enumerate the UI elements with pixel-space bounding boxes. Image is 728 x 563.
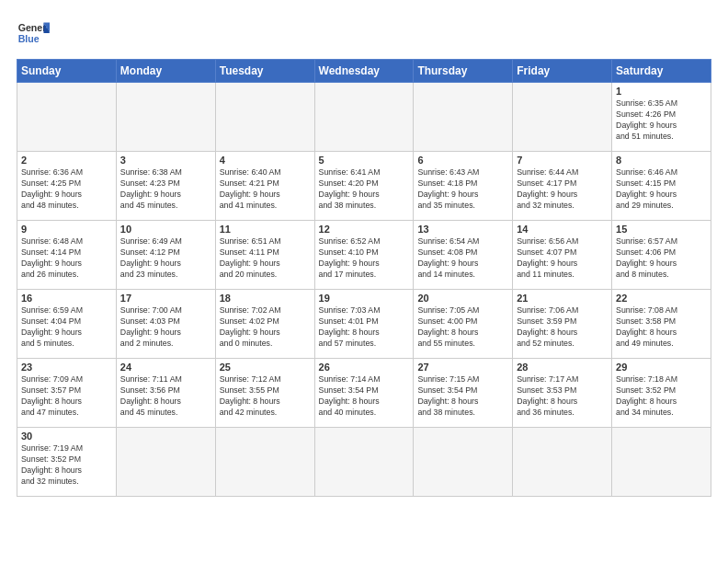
day-cell-14: 14Sunrise: 6:56 AM Sunset: 4:07 PM Dayli… xyxy=(513,221,612,290)
day-cell-19: 19Sunrise: 7:03 AM Sunset: 4:01 PM Dayli… xyxy=(314,290,414,359)
empty-cell xyxy=(612,428,711,497)
day-number: 17 xyxy=(120,293,211,304)
logo: General Blue xyxy=(17,17,50,50)
page: General Blue SundayMondayTuesdayWednesda… xyxy=(0,0,728,563)
day-number: 24 xyxy=(120,362,211,373)
calendar-row: 23Sunrise: 7:09 AM Sunset: 3:57 PM Dayli… xyxy=(17,359,711,428)
day-info: Sunrise: 6:57 AM Sunset: 4:06 PM Dayligh… xyxy=(616,236,707,281)
calendar-row: 2Sunrise: 6:36 AM Sunset: 4:25 PM Daylig… xyxy=(17,152,711,221)
day-number: 11 xyxy=(220,224,311,235)
day-cell-30: 30Sunrise: 7:19 AM Sunset: 3:52 PM Dayli… xyxy=(17,428,117,497)
day-number: 7 xyxy=(517,155,608,166)
day-info: Sunrise: 6:40 AM Sunset: 4:21 PM Dayligh… xyxy=(220,167,311,212)
empty-cell xyxy=(513,83,612,152)
day-cell-25: 25Sunrise: 7:12 AM Sunset: 3:55 PM Dayli… xyxy=(215,359,314,428)
day-cell-27: 27Sunrise: 7:15 AM Sunset: 3:54 PM Dayli… xyxy=(414,359,513,428)
day-cell-23: 23Sunrise: 7:09 AM Sunset: 3:57 PM Dayli… xyxy=(17,359,117,428)
day-info: Sunrise: 7:18 AM Sunset: 3:52 PM Dayligh… xyxy=(616,374,707,419)
day-number: 14 xyxy=(517,224,608,235)
day-info: Sunrise: 6:51 AM Sunset: 4:11 PM Dayligh… xyxy=(220,236,311,281)
day-number: 30 xyxy=(21,431,112,442)
day-info: Sunrise: 7:03 AM Sunset: 4:01 PM Dayligh… xyxy=(319,305,410,350)
day-number: 27 xyxy=(417,362,508,373)
day-number: 23 xyxy=(21,362,112,373)
day-info: Sunrise: 6:35 AM Sunset: 4:26 PM Dayligh… xyxy=(616,98,707,143)
day-number: 26 xyxy=(319,362,410,373)
day-info: Sunrise: 6:49 AM Sunset: 4:12 PM Dayligh… xyxy=(120,236,211,281)
empty-cell xyxy=(513,428,612,497)
weekday-header-monday: Monday xyxy=(116,60,215,83)
day-cell-29: 29Sunrise: 7:18 AM Sunset: 3:52 PM Dayli… xyxy=(612,359,711,428)
day-cell-13: 13Sunrise: 6:54 AM Sunset: 4:08 PM Dayli… xyxy=(414,221,513,290)
day-number: 22 xyxy=(616,293,707,304)
weekday-header-friday: Friday xyxy=(513,60,612,83)
empty-cell xyxy=(414,83,513,152)
empty-cell xyxy=(17,83,117,152)
day-number: 10 xyxy=(120,224,211,235)
day-cell-21: 21Sunrise: 7:06 AM Sunset: 3:59 PM Dayli… xyxy=(513,290,612,359)
day-cell-18: 18Sunrise: 7:02 AM Sunset: 4:02 PM Dayli… xyxy=(215,290,314,359)
day-number: 29 xyxy=(616,362,707,373)
day-number: 2 xyxy=(21,155,112,166)
header: General Blue xyxy=(17,17,711,50)
day-info: Sunrise: 7:05 AM Sunset: 4:00 PM Dayligh… xyxy=(417,305,508,350)
day-cell-3: 3Sunrise: 6:38 AM Sunset: 4:23 PM Daylig… xyxy=(116,152,215,221)
day-info: Sunrise: 6:46 AM Sunset: 4:15 PM Dayligh… xyxy=(616,167,707,212)
day-number: 16 xyxy=(21,293,112,304)
day-number: 15 xyxy=(616,224,707,235)
day-info: Sunrise: 6:43 AM Sunset: 4:18 PM Dayligh… xyxy=(417,167,508,212)
empty-cell xyxy=(116,83,215,152)
day-info: Sunrise: 6:56 AM Sunset: 4:07 PM Dayligh… xyxy=(517,236,608,281)
generalblue-logo-icon: General Blue xyxy=(17,17,50,50)
day-cell-12: 12Sunrise: 6:52 AM Sunset: 4:10 PM Dayli… xyxy=(314,221,414,290)
empty-cell xyxy=(215,83,314,152)
day-info: Sunrise: 7:15 AM Sunset: 3:54 PM Dayligh… xyxy=(417,374,508,419)
weekday-header-row: SundayMondayTuesdayWednesdayThursdayFrid… xyxy=(17,60,711,83)
day-info: Sunrise: 7:09 AM Sunset: 3:57 PM Dayligh… xyxy=(21,374,112,419)
day-number: 13 xyxy=(417,224,508,235)
day-cell-1: 1Sunrise: 6:35 AM Sunset: 4:26 PM Daylig… xyxy=(612,83,711,152)
day-cell-26: 26Sunrise: 7:14 AM Sunset: 3:54 PM Dayli… xyxy=(314,359,414,428)
day-cell-28: 28Sunrise: 7:17 AM Sunset: 3:53 PM Dayli… xyxy=(513,359,612,428)
day-cell-8: 8Sunrise: 6:46 AM Sunset: 4:15 PM Daylig… xyxy=(612,152,711,221)
day-cell-7: 7Sunrise: 6:44 AM Sunset: 4:17 PM Daylig… xyxy=(513,152,612,221)
day-info: Sunrise: 6:36 AM Sunset: 4:25 PM Dayligh… xyxy=(21,167,112,212)
day-number: 1 xyxy=(616,86,707,97)
day-number: 21 xyxy=(517,293,608,304)
day-info: Sunrise: 7:11 AM Sunset: 3:56 PM Dayligh… xyxy=(120,374,211,419)
day-cell-5: 5Sunrise: 6:41 AM Sunset: 4:20 PM Daylig… xyxy=(314,152,414,221)
day-info: Sunrise: 6:44 AM Sunset: 4:17 PM Dayligh… xyxy=(517,167,608,212)
day-number: 12 xyxy=(319,224,410,235)
day-cell-9: 9Sunrise: 6:48 AM Sunset: 4:14 PM Daylig… xyxy=(17,221,117,290)
weekday-header-thursday: Thursday xyxy=(414,60,513,83)
day-cell-22: 22Sunrise: 7:08 AM Sunset: 3:58 PM Dayli… xyxy=(612,290,711,359)
day-number: 18 xyxy=(220,293,311,304)
empty-cell xyxy=(116,428,215,497)
day-number: 19 xyxy=(319,293,410,304)
calendar-row: 9Sunrise: 6:48 AM Sunset: 4:14 PM Daylig… xyxy=(17,221,711,290)
day-info: Sunrise: 7:02 AM Sunset: 4:02 PM Dayligh… xyxy=(220,305,311,350)
day-number: 5 xyxy=(319,155,410,166)
day-info: Sunrise: 6:38 AM Sunset: 4:23 PM Dayligh… xyxy=(120,167,211,212)
empty-cell xyxy=(414,428,513,497)
day-info: Sunrise: 6:41 AM Sunset: 4:20 PM Dayligh… xyxy=(319,167,410,212)
day-info: Sunrise: 7:14 AM Sunset: 3:54 PM Dayligh… xyxy=(319,374,410,419)
empty-cell xyxy=(314,428,414,497)
calendar-row: 16Sunrise: 6:59 AM Sunset: 4:04 PM Dayli… xyxy=(17,290,711,359)
day-number: 20 xyxy=(417,293,508,304)
day-info: Sunrise: 6:52 AM Sunset: 4:10 PM Dayligh… xyxy=(319,236,410,281)
day-info: Sunrise: 7:00 AM Sunset: 4:03 PM Dayligh… xyxy=(120,305,211,350)
day-info: Sunrise: 6:59 AM Sunset: 4:04 PM Dayligh… xyxy=(21,305,112,350)
day-cell-4: 4Sunrise: 6:40 AM Sunset: 4:21 PM Daylig… xyxy=(215,152,314,221)
day-info: Sunrise: 7:12 AM Sunset: 3:55 PM Dayligh… xyxy=(220,374,311,419)
day-number: 3 xyxy=(120,155,211,166)
weekday-header-wednesday: Wednesday xyxy=(314,60,414,83)
day-number: 25 xyxy=(220,362,311,373)
weekday-header-tuesday: Tuesday xyxy=(215,60,314,83)
day-cell-15: 15Sunrise: 6:57 AM Sunset: 4:06 PM Dayli… xyxy=(612,221,711,290)
day-cell-24: 24Sunrise: 7:11 AM Sunset: 3:56 PM Dayli… xyxy=(116,359,215,428)
day-cell-2: 2Sunrise: 6:36 AM Sunset: 4:25 PM Daylig… xyxy=(17,152,117,221)
svg-text:Blue: Blue xyxy=(18,33,40,44)
day-number: 4 xyxy=(220,155,311,166)
calendar-row: 1Sunrise: 6:35 AM Sunset: 4:26 PM Daylig… xyxy=(17,83,711,152)
